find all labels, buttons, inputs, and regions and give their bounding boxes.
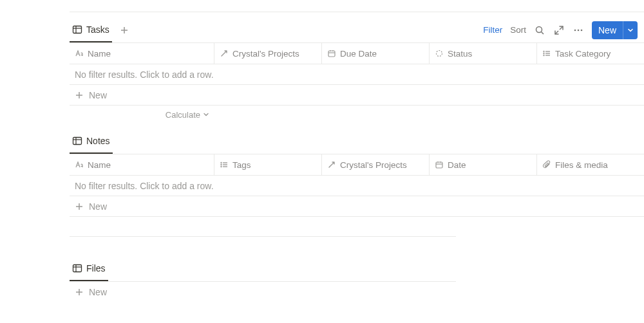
col-projects[interactable]: Crystal's Projects: [322, 154, 430, 175]
tab-label: Notes: [86, 136, 110, 146]
svg-point-5: [536, 26, 542, 32]
col-status[interactable]: Status: [430, 43, 537, 64]
date-icon: [327, 49, 336, 58]
calculate-cell[interactable]: Calculate: [70, 106, 214, 124]
col-label: Name: [88, 49, 111, 59]
svg-point-20: [544, 51, 545, 52]
col-label: Tags: [232, 160, 251, 170]
col-label: Files & media: [555, 160, 608, 170]
tasks-tabbar: Tasks Filter Sort New: [70, 17, 644, 43]
notes-header-row: Name Tags Crystal's Projects Date Files …: [70, 154, 644, 176]
tasks-database: Tasks Filter Sort New: [70, 17, 644, 124]
more-icon[interactable]: [573, 24, 584, 36]
files-tabbar: Files: [70, 256, 456, 282]
col-due-date[interactable]: Due Date: [322, 43, 430, 64]
notes-database: Notes Name Tags Crystal's Projects Date …: [70, 129, 644, 217]
database-toolbar: Filter Sort New: [483, 21, 644, 39]
svg-rect-0: [73, 26, 82, 33]
table-icon: [72, 263, 82, 273]
col-task-category[interactable]: Task Category: [537, 43, 644, 64]
relation-icon: [220, 49, 229, 58]
notes-tabbar: Notes: [70, 129, 644, 154]
multiselect-icon: [220, 160, 229, 169]
chevron-down-icon[interactable]: [623, 27, 638, 33]
multiselect-icon: [542, 49, 551, 58]
col-name[interactable]: Name: [70, 43, 214, 64]
date-icon: [435, 160, 444, 169]
status-icon: [435, 49, 444, 58]
svg-point-33: [221, 166, 222, 167]
sort-button[interactable]: Sort: [510, 25, 526, 35]
relation-icon: [327, 160, 336, 169]
new-row[interactable]: New: [70, 85, 644, 106]
table-icon: [72, 136, 82, 146]
filter-button[interactable]: Filter: [483, 25, 502, 35]
col-label: Crystal's Projects: [232, 49, 299, 59]
tab-label: Files: [86, 263, 106, 273]
title-property-icon: [75, 49, 84, 58]
col-files-media[interactable]: Files & media: [537, 154, 644, 175]
title-property-icon: [75, 160, 84, 169]
tasks-header-row: Name Crystal's Projects Due Date Status …: [70, 43, 644, 64]
empty-row[interactable]: No filter results. Click to add a row.: [70, 176, 644, 196]
search-icon[interactable]: [534, 24, 545, 36]
col-projects[interactable]: Crystal's Projects: [214, 43, 322, 64]
new-row-label: New: [89, 287, 107, 297]
col-label: Status: [448, 49, 472, 59]
divider: [70, 12, 644, 12]
expand-icon[interactable]: [553, 24, 565, 36]
calculate-label: Calculate: [166, 110, 200, 120]
divider: [70, 236, 456, 237]
chevron-down-icon: [203, 111, 209, 118]
col-label: Date: [448, 160, 466, 170]
tab-tasks[interactable]: Tasks: [70, 17, 112, 42]
new-row-label: New: [89, 90, 107, 100]
files-database: Files New: [70, 256, 456, 302]
tab-files[interactable]: Files: [70, 256, 108, 281]
svg-point-16: [437, 51, 442, 57]
new-row-label: New: [89, 201, 107, 212]
plus-icon: [75, 202, 84, 211]
svg-rect-40: [73, 264, 82, 272]
svg-point-10: [578, 29, 580, 31]
svg-point-32: [221, 164, 222, 165]
col-tags[interactable]: Tags: [214, 154, 322, 175]
svg-point-22: [544, 55, 545, 56]
tab-notes[interactable]: Notes: [70, 129, 113, 154]
svg-point-11: [581, 29, 583, 31]
new-button-label: New: [592, 25, 623, 35]
plus-icon: [75, 91, 84, 100]
svg-rect-12: [328, 51, 335, 57]
col-label: Crystal's Projects: [340, 160, 407, 170]
new-button[interactable]: New: [592, 21, 638, 39]
plus-icon: [75, 288, 84, 297]
svg-point-31: [221, 162, 222, 163]
table-icon: [72, 24, 82, 35]
svg-rect-25: [73, 137, 82, 144]
add-view-button[interactable]: [117, 23, 131, 37]
col-date[interactable]: Date: [430, 154, 537, 175]
svg-line-6: [541, 32, 544, 34]
col-name[interactable]: Name: [70, 154, 214, 175]
tab-label: Tasks: [86, 24, 109, 35]
empty-row[interactable]: No filter results. Click to add a row.: [70, 64, 644, 85]
col-label: Due Date: [340, 49, 377, 59]
attachment-icon: [542, 160, 551, 169]
new-row[interactable]: New: [70, 282, 456, 302]
svg-rect-34: [436, 162, 442, 168]
col-label: Name: [88, 160, 111, 170]
svg-point-21: [544, 53, 545, 54]
col-label: Task Category: [555, 49, 611, 59]
new-row[interactable]: New: [70, 196, 644, 217]
svg-point-9: [574, 29, 576, 31]
